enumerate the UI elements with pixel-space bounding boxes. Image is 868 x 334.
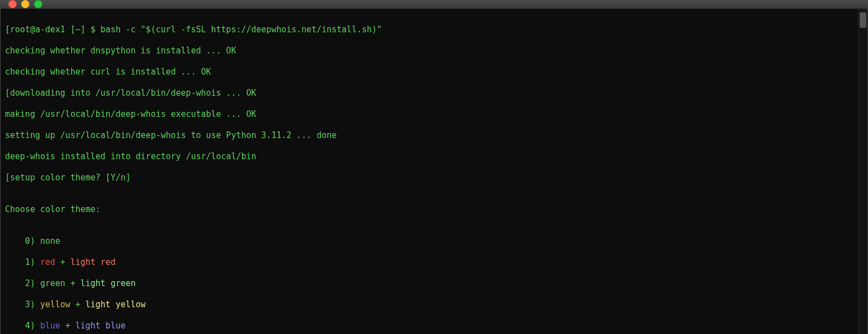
- output-text: downloading into /usr/local/bin/deep-who…: [10, 88, 257, 98]
- terminal-output[interactable]: [root@a-dex1 [~] $ bash -c "$(curl -fsSL…: [1, 9, 858, 334]
- bracket-icon: [: [5, 88, 10, 98]
- output-line: [downloading into /usr/local/bin/deep-wh…: [5, 88, 854, 99]
- prompt-command: bash -c "$(curl -fsSL https://deepwhois.…: [101, 24, 382, 35]
- prompt-line: [root@a-dex1 [~] $ bash -c "$(curl -fsSL…: [5, 24, 854, 35]
- minimize-icon[interactable]: [21, 0, 29, 8]
- option-color-a: yellow: [40, 299, 70, 310]
- theme-option[interactable]: 3) yellow + light yellow: [5, 299, 854, 310]
- output-line: checking whether dnspython is installed …: [5, 46, 854, 56]
- option-key: 3): [25, 299, 40, 310]
- output-line: setting up /usr/local/bin/deep-whois to …: [5, 130, 854, 141]
- bracket-icon: [: [5, 173, 10, 183]
- option-color-a: blue: [40, 321, 60, 331]
- option-key: 0): [25, 236, 40, 246]
- vertical-scrollbar[interactable]: [858, 9, 867, 334]
- terminal-window: [root@a-dex1 [~] $ bash -c "$(curl -fsSL…: [0, 0, 868, 334]
- theme-option[interactable]: 4) blue + light blue: [5, 321, 854, 331]
- prompt-user-host: root@a-dex1: [10, 24, 65, 35]
- option-plus: +: [60, 321, 75, 331]
- option-color-a: red: [40, 257, 55, 267]
- theme-option[interactable]: 0) none: [5, 236, 854, 247]
- output-line: [setup color theme? [Y/n]: [5, 173, 854, 183]
- output-line: deep-whois installed into directory /usr…: [5, 151, 854, 162]
- window-titlebar: [1, 0, 867, 9]
- output-line: checking whether curl is installed ... O…: [5, 67, 854, 77]
- maximize-icon[interactable]: [34, 0, 42, 8]
- option-key: 2): [25, 278, 40, 288]
- option-label: none: [40, 236, 60, 246]
- prompt-question: setup color theme? [Y/n]: [10, 173, 131, 183]
- theme-option[interactable]: 2) green + light green: [5, 278, 854, 289]
- theme-option[interactable]: 1) red + light red: [5, 257, 854, 268]
- option-plus: +: [65, 278, 80, 288]
- option-key: 1): [25, 257, 40, 267]
- prompt-bracket: [: [5, 24, 10, 35]
- close-icon[interactable]: [8, 0, 17, 8]
- option-plus: +: [70, 299, 85, 310]
- option-plus: +: [55, 257, 70, 267]
- terminal-body: [root@a-dex1 [~] $ bash -c "$(curl -fsSL…: [1, 9, 867, 334]
- option-color-a: green: [40, 278, 65, 288]
- option-color-b: light green: [80, 278, 135, 288]
- theme-heading: Choose color theme:: [5, 204, 854, 215]
- option-color-b: light red: [70, 257, 115, 267]
- option-color-b: light yellow: [85, 299, 145, 310]
- prompt-cwd: [~] $: [65, 24, 100, 35]
- output-line: making /usr/local/bin/deep-whois executa…: [5, 109, 854, 120]
- option-color-b: light blue: [75, 321, 125, 331]
- option-key: 4): [25, 321, 40, 331]
- scrollbar-thumb[interactable]: [860, 12, 866, 28]
